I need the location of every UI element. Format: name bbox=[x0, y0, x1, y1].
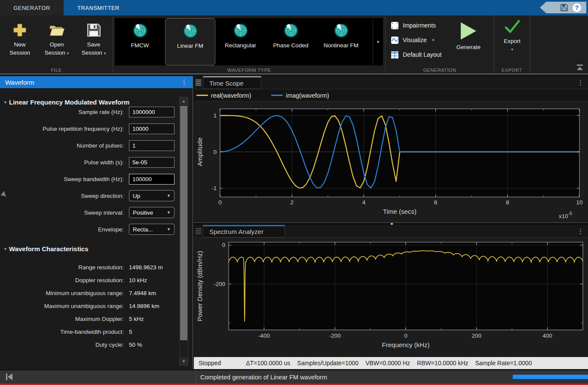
visualize-icon bbox=[391, 36, 399, 44]
envelope-select[interactable]: Recta... ▼ bbox=[129, 224, 175, 235]
default-layout-button[interactable]: Default Layout bbox=[391, 49, 441, 60]
quick-access-toolbar: ? bbox=[540, 2, 586, 13]
waveform-panel-body: ▾ Linear Frequency Modulated Waveform Sa… bbox=[0, 88, 193, 369]
dropdown-arrow-icon: ▼ bbox=[167, 210, 171, 215]
radar-icon bbox=[284, 22, 298, 40]
characteristics-section-header[interactable]: ▾ Waveform Characteristics bbox=[0, 244, 193, 253]
pulse-width-input[interactable] bbox=[129, 157, 175, 168]
dropdown-arrow-icon: ▾ bbox=[432, 38, 435, 42]
dropdown-arrow-icon: ▾ bbox=[67, 51, 69, 55]
spectrum-plot: Power Density (dBm/Hz) Frequency (kHz) -… bbox=[194, 238, 588, 357]
quick-save-icon[interactable] bbox=[560, 3, 568, 12]
status-divider bbox=[196, 370, 196, 384]
visualize-button[interactable]: Visualize ▾ bbox=[391, 34, 434, 46]
field-sweep-bandwidth: Sweep bandwidth (Hz): bbox=[3, 173, 193, 185]
collapse-triangle-icon: ▾ bbox=[4, 246, 6, 251]
gallery-item-phase-coded[interactable]: Phase Coded bbox=[266, 18, 316, 65]
field-envelope: Envelope: Recta... ▼ bbox=[3, 224, 193, 235]
time-scope-ylabel: Amplitude bbox=[196, 138, 203, 166]
field-sample-rate: Sample rate (Hz): bbox=[3, 106, 193, 117]
impairments-icon bbox=[391, 22, 399, 30]
radar-icon bbox=[334, 22, 349, 40]
sweep-interval-select[interactable]: Positive ▼ bbox=[129, 207, 175, 218]
num-pulses-input[interactable] bbox=[129, 140, 175, 151]
ribbon-section-generation: Impairments Visualize ▾ bbox=[386, 15, 494, 74]
radar-icon bbox=[183, 22, 198, 40]
folder-icon bbox=[49, 20, 65, 40]
char-doppler-resolution: Doppler resolution: 10 kHz bbox=[3, 276, 193, 284]
tab-spectrum-analyzer[interactable]: Spectrum Analyzer bbox=[203, 225, 285, 237]
panel-scrollbar[interactable]: ▲ ▼ bbox=[179, 97, 188, 366]
scrollbar-thumb[interactable] bbox=[180, 106, 187, 340]
sweep-bandwidth-input[interactable] bbox=[129, 174, 175, 185]
legend-swatch-real bbox=[196, 95, 208, 96]
sample-rate-input[interactable] bbox=[129, 107, 175, 117]
spectrum-state: Stopped bbox=[199, 360, 221, 367]
char-range-resolution: Range resolution: 1498.9623 m bbox=[3, 263, 193, 271]
waveform-type-section-label: WAVEFORM TYPE bbox=[113, 68, 385, 73]
generate-button[interactable]: Generate bbox=[449, 18, 488, 65]
impairments-button[interactable]: Impairments bbox=[391, 20, 436, 31]
generation-section-label: GENERATION bbox=[386, 68, 494, 73]
time-scope-menu-icon[interactable]: ⋮ bbox=[577, 79, 584, 86]
panel-menu-icon[interactable]: ⋮ bbox=[181, 78, 187, 86]
svg-text:0: 0 bbox=[222, 242, 225, 248]
sweep-direction-select[interactable]: Up ▼ bbox=[129, 190, 175, 201]
tab-transmitter[interactable]: TRANSMITTER bbox=[64, 0, 133, 15]
export-section-label: EXPORT bbox=[494, 68, 530, 73]
drag-grip-icon[interactable] bbox=[196, 78, 201, 87]
dropdown-arrow-icon: ▾ bbox=[511, 47, 513, 52]
time-scope-plot: Amplitude Time (secs) x10-5 0246810-101 bbox=[194, 102, 588, 221]
spectrum-status-item: Sample Rate=1.0000 bbox=[475, 360, 532, 367]
export-button[interactable]: Export ▾ bbox=[494, 18, 530, 52]
gallery-item-nonlinear-fm[interactable]: Nonlinear FM bbox=[316, 18, 366, 65]
default-layout-icon bbox=[391, 51, 399, 59]
help-icon[interactable]: ? bbox=[573, 3, 581, 12]
gallery-item-fmcw[interactable]: FMCW bbox=[115, 18, 165, 65]
new-session-button[interactable]: New Session bbox=[2, 18, 38, 63]
collapse-status-panel-icon[interactable] bbox=[6, 373, 13, 380]
spectrum-status-item: ΔT=100.0000 us bbox=[246, 360, 290, 367]
collapse-ribbon-button[interactable] bbox=[575, 63, 585, 72]
drag-grip-icon[interactable] bbox=[196, 227, 201, 235]
svg-text:-400: -400 bbox=[258, 333, 270, 339]
char-time-bandwidth-product: Time-bandwidth product: 5 bbox=[3, 327, 193, 336]
char-duty-cycle: Duty cycle: 50 % bbox=[3, 340, 193, 349]
time-scope-legend: real(waveform) imag(waveform) bbox=[194, 89, 588, 102]
spectrum-status-item: VBW=0.0000 Hz bbox=[365, 360, 410, 367]
lfm-section-header[interactable]: ▾ Linear Frequency Modulated Waveform bbox=[0, 98, 193, 106]
radar-icon bbox=[233, 22, 248, 40]
legend-swatch-imag bbox=[271, 95, 283, 96]
svg-text:400: 400 bbox=[542, 333, 552, 339]
spectrum-status-item: RBW=10.0000 kHz bbox=[417, 360, 468, 367]
tab-generator[interactable]: GENERATOR bbox=[0, 0, 64, 15]
gallery-item-linear-fm[interactable]: Linear FM bbox=[165, 18, 215, 65]
dropdown-arrow-icon: ▾ bbox=[104, 51, 106, 55]
save-session-button[interactable]: Save Session▾ bbox=[76, 18, 112, 63]
waveform-type-gallery: FMCW Linear FM Rectangular Phase Coded N… bbox=[115, 18, 383, 65]
radar-icon bbox=[133, 22, 147, 40]
field-sweep-direction: Sweep direction: Up ▼ bbox=[3, 190, 193, 201]
scroll-down-icon[interactable]: ▼ bbox=[180, 357, 188, 365]
check-icon bbox=[504, 18, 521, 35]
spectrum-analyzer-pane: Spectrum Analyzer ⋮ Power Density (dBm/H… bbox=[194, 225, 588, 369]
waveform-panel: Waveform ⋮ ▾ Linear Frequency Modulated … bbox=[0, 76, 193, 369]
svg-text:1: 1 bbox=[213, 112, 217, 119]
open-session-button[interactable]: Open Session▾ bbox=[39, 18, 75, 63]
tab-time-scope[interactable]: Time Scope bbox=[203, 76, 261, 89]
svg-text:-1: -1 bbox=[211, 185, 217, 191]
svg-text:-200: -200 bbox=[329, 333, 341, 339]
gallery-item-rectangular[interactable]: Rectangular bbox=[215, 18, 266, 65]
scroll-up-icon[interactable]: ▲ bbox=[180, 97, 188, 105]
gallery-expand-button[interactable]: ▾ bbox=[373, 18, 383, 65]
field-prf: Pulse repetition frequency (Hz): bbox=[3, 123, 193, 134]
splitter-handle[interactable] bbox=[391, 223, 393, 225]
time-scope-x-multiplier: x10-5 bbox=[559, 211, 572, 219]
spectrum-menu-icon[interactable]: ⋮ bbox=[577, 228, 584, 235]
legend-label-real: real(waveform) bbox=[211, 92, 251, 99]
char-max-doppler: Maximum Doppler: 5 kHz bbox=[3, 314, 193, 323]
dropdown-arrow-icon: ▼ bbox=[167, 194, 171, 198]
svg-text:10: 10 bbox=[576, 199, 582, 206]
svg-text:-200: -200 bbox=[214, 281, 225, 287]
prf-input[interactable] bbox=[129, 123, 175, 134]
